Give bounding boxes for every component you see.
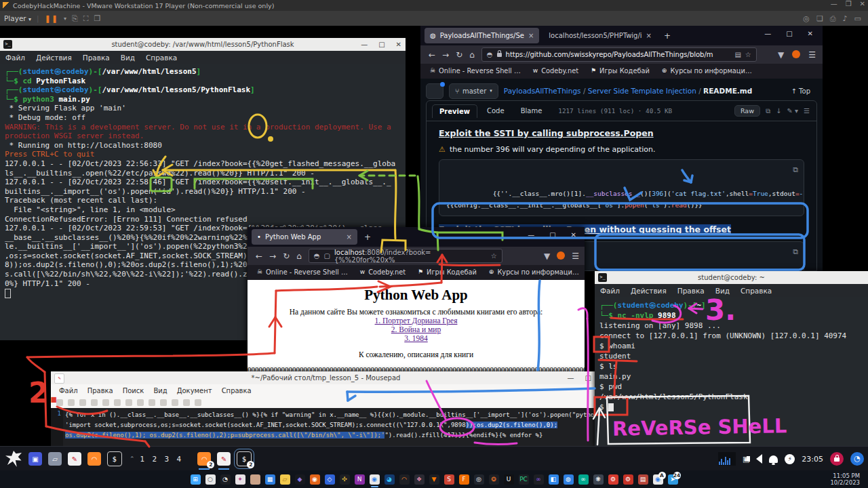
explorer-icon[interactable]: ▱: [280, 474, 290, 485]
menu-item-Файл[interactable]: Файл: [600, 287, 620, 295]
sound-icon[interactable]: ♪: [843, 14, 848, 23]
chrome-icon[interactable]: ◉: [370, 474, 380, 485]
paste-icon[interactable]: [160, 399, 167, 406]
pocket-icon[interactable]: ▼: [778, 50, 784, 60]
pycharm-icon[interactable]: PC: [519, 474, 529, 485]
minimize-button[interactable]: —: [568, 374, 574, 382]
camtasia-icon[interactable]: ∞: [578, 474, 589, 485]
edge-icon[interactable]: ◕: [384, 474, 395, 485]
breadcrumb-repo[interactable]: PayloadsAllTheThings: [504, 87, 581, 95]
copy-code-icon[interactable]: ⧉: [793, 246, 798, 258]
bookmark-item[interactable]: wCodeby.net: [533, 67, 578, 75]
tab-code[interactable]: Code: [480, 104, 511, 117]
forward-icon[interactable]: →: [269, 251, 276, 261]
snapshot-icon[interactable]: ❏: [816, 14, 823, 23]
mousepad-editor[interactable]: 1 {% for x in ().__class__.__base__.__su…: [51, 408, 601, 446]
back-icon[interactable]: ←: [429, 50, 435, 60]
edit-pencil-icon[interactable]: ✎ ▾: [787, 107, 798, 115]
user-switch-icon[interactable]: ◔: [850, 452, 864, 466]
windows-clock[interactable]: 11:05 PM 10/2/2023: [830, 472, 860, 486]
terminal-left-titlebar[interactable]: >_ student@codeby: /var/www/html/lesson5…: [0, 38, 406, 52]
terminal-icon[interactable]: $: [107, 451, 122, 466]
book-link-1[interactable]: 1. Портрет Дориана Грея: [375, 317, 458, 325]
devices-icon[interactable]: ◎: [803, 14, 810, 23]
saveas-icon[interactable]: [91, 399, 98, 406]
reader-icon[interactable]: ▤: [734, 51, 741, 58]
screenlock-icon[interactable]: [830, 452, 844, 466]
terminal-right-output[interactable]: ┌──(student㉿codeby)-[~]└─$ nc -nvlp 9898…: [595, 297, 868, 447]
breadcrumb[interactable]: PayloadsAllTheThings / Server Side Templ…: [504, 87, 752, 95]
cut-icon[interactable]: [137, 399, 144, 406]
menu-item-Вид[interactable]: Вид: [153, 387, 167, 394]
firefox-icon[interactable]: ◠: [87, 452, 101, 466]
bookmark-item[interactable]: ⚑Игры Кодебай: [418, 268, 477, 276]
menu-item-Вид[interactable]: Вид: [121, 54, 135, 62]
tab-python-web-app[interactable]: • Python Web App×: [252, 229, 357, 245]
mousepad-icon[interactable]: ✎: [68, 452, 81, 466]
kali-menu-icon[interactable]: [5, 451, 22, 467]
minimize-button[interactable]: —: [764, 30, 771, 37]
tab-blame[interactable]: Blame: [514, 104, 549, 117]
back-icon[interactable]: ←: [256, 251, 262, 261]
close-tab-icon[interactable]: ×: [646, 32, 652, 39]
menu-item-Справка[interactable]: Справка: [222, 387, 252, 394]
blender-icon[interactable]: ❂: [489, 474, 499, 485]
goto-icon[interactable]: [195, 399, 201, 406]
close-icon[interactable]: [102, 399, 109, 406]
mousepad-titlebar[interactable]: ✎ *~/Рабочий стол/tmp_lesson_5 - Mousepa…: [51, 371, 601, 385]
power-manager-icon[interactable]: ⚡: [785, 454, 795, 464]
save-icon[interactable]: [79, 399, 86, 406]
editor-text[interactable]: {% for x in ().__class__.__base__.__subc…: [63, 408, 601, 446]
app-menu-icon[interactable]: ▣: [28, 452, 42, 466]
pause-dropdown[interactable]: ▾: [64, 16, 66, 22]
menu-item-Правка[interactable]: Правка: [83, 54, 110, 62]
ctrl-alt-del-icon[interactable]: ⎘: [72, 14, 78, 23]
settings-red-icon[interactable]: ⚙: [608, 474, 618, 485]
tab-payloadsallthethings[interactable]: ◍ PayloadsAllTheThings/Se×: [425, 28, 539, 43]
tab-localhost-phptwig[interactable]: localhost/lesson5/PHPTwig/i×: [543, 28, 657, 43]
tracking-shield-icon[interactable]: ◓: [487, 51, 493, 58]
book-link-3[interactable]: 3. 1984: [404, 334, 428, 342]
start-icon[interactable]: ⊞: [191, 474, 201, 485]
mousepad-window[interactable]: ✎: [217, 452, 231, 466]
menu-item-Файл[interactable]: Файл: [5, 54, 25, 62]
menu-hamburger-icon[interactable]: ☰: [572, 251, 579, 261]
tracking-shield-icon[interactable]: ◓: [314, 252, 320, 260]
bookmark-item[interactable]: ☠Online - Reverse Shell …: [257, 268, 348, 276]
bookmark-star-icon[interactable]: ☆: [491, 252, 497, 260]
player-menu[interactable]: Player ▾: [4, 14, 31, 22]
printer-icon[interactable]: ⎙: [830, 14, 836, 23]
outline-icon[interactable]: ☰: [804, 107, 810, 115]
firefox-window[interactable]: ◠2: [197, 452, 211, 466]
minimize-button[interactable]: —: [528, 231, 534, 239]
maximize-button[interactable]: □: [549, 231, 555, 239]
arrows-icon[interactable]: ✣: [340, 474, 350, 485]
close-button[interactable]: ✕: [808, 30, 813, 37]
menu-item-Вид[interactable]: Вид: [715, 287, 730, 295]
open-icon[interactable]: [68, 399, 75, 406]
vm-clock[interactable]: 23:05: [802, 455, 823, 464]
snowflake-icon[interactable]: ❋: [593, 474, 604, 485]
close-tab-icon[interactable]: ×: [528, 32, 534, 39]
volume-icon[interactable]: [756, 454, 762, 464]
find-icon[interactable]: [172, 399, 178, 406]
vmware-icon[interactable]: ◇: [325, 474, 335, 485]
menu-hamburger-icon[interactable]: ☰: [808, 50, 816, 60]
lens-icon[interactable]: ◎: [474, 474, 484, 485]
bookmark-item[interactable]: ⊕Курсы по информаци…: [489, 268, 579, 276]
onenote-icon[interactable]: N: [355, 474, 365, 485]
file-manager-icon[interactable]: ▱: [48, 452, 62, 466]
bookmark-star-icon[interactable]: ☆: [745, 51, 751, 58]
menu-item-Действия[interactable]: Действия: [36, 54, 72, 62]
maximize-button[interactable]: □: [786, 30, 792, 37]
vmware-maximize-button[interactable]: ❐: [846, 0, 852, 7]
close-button[interactable]: ✕: [571, 231, 576, 239]
bookmark-item[interactable]: wCodeby.net: [360, 268, 406, 276]
hdd-icon[interactable]: ▭: [854, 14, 861, 23]
redo-icon[interactable]: [125, 399, 132, 406]
copy-code-icon[interactable]: ⧉: [793, 164, 798, 176]
firefox-icon[interactable]: ◠: [399, 474, 410, 485]
bookmark-item[interactable]: ☠Online - Reverse Shell …: [430, 67, 521, 75]
terminal-right-titlebar[interactable]: >_ student@codeby: ~: [595, 271, 868, 285]
vscode-icon[interactable]: ◧: [549, 474, 559, 485]
